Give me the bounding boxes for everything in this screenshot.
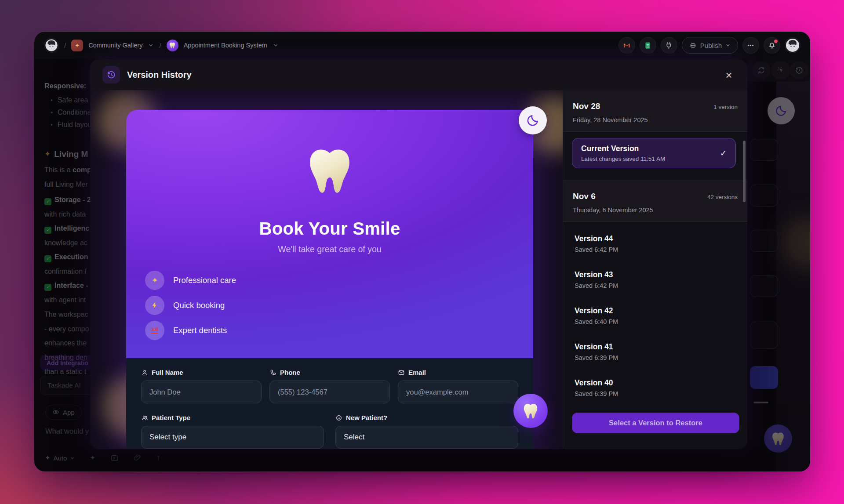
current-version-item[interactable]: Current Version Latest changes saved 11:… <box>572 138 736 168</box>
booking-hero: Book Your Smile We'll take great care of… <box>126 110 533 358</box>
version-item[interactable]: Version 40 Saved 6:39 PM <box>563 366 747 402</box>
plugin-button[interactable] <box>661 37 677 54</box>
notification-badge <box>774 40 778 43</box>
email-label: Email <box>398 369 518 376</box>
full-name-input[interactable] <box>141 381 262 403</box>
version-date-header: Nov 28 1 version Friday, 28 November 202… <box>563 90 747 132</box>
booking-card: Book Your Smile We'll take great care of… <box>126 110 533 449</box>
preview-theme-toggle[interactable] <box>519 106 547 134</box>
new-patient-select[interactable]: Select <box>335 426 518 449</box>
version-item[interactable]: Version 42 Saved 6:40 PM <box>563 294 747 330</box>
publish-button[interactable]: Publish <box>682 37 738 54</box>
breadcrumb-project[interactable]: Appointment Booking System <box>184 42 267 49</box>
chevron-down-icon <box>725 43 731 48</box>
breadcrumb-separator: / <box>159 42 161 49</box>
phone-icon <box>269 369 276 376</box>
close-icon: × <box>725 69 732 82</box>
booking-form: Full Name Phone <box>126 358 533 449</box>
modal-header: Version History × <box>90 59 747 90</box>
patient-type-label: Patient Type <box>141 414 324 421</box>
version-history-icon-chip <box>102 66 120 83</box>
topbar-actions: Publish ••• <box>618 37 800 54</box>
history-clock-icon <box>106 70 116 80</box>
sparkles-icon: ✦ <box>145 271 164 290</box>
check-icon: ✓ <box>720 149 727 158</box>
more-options-button[interactable]: ••• <box>742 37 759 54</box>
avatar-sheep-icon <box>786 38 800 52</box>
version-items: Version 44 Saved 6:42 PM Version 43 Save… <box>563 222 747 402</box>
modal-title: Version History <box>127 70 192 80</box>
people-icon <box>141 414 148 421</box>
version-history-modal: Version History × Book Your Smile We'll … <box>90 59 747 449</box>
tooth-icon <box>522 402 539 420</box>
envelope-icon <box>398 369 405 376</box>
email-input[interactable] <box>398 381 518 403</box>
patient-type-select[interactable]: Select type <box>141 426 324 449</box>
new-patient-label: New Patient? <box>335 414 518 421</box>
ellipsis-icon: ••• <box>748 43 754 48</box>
tooth-floating-button[interactable] <box>513 394 548 428</box>
feature-item: Quick booking <box>145 296 236 315</box>
user-avatar[interactable] <box>785 37 800 53</box>
feature-list: ✦ Professional care Quick booking 100 Ex… <box>145 271 236 340</box>
publish-label: Publish <box>700 42 722 49</box>
booking-title: Book Your Smile <box>126 219 533 239</box>
hundred-icon: 100 <box>145 321 164 340</box>
version-date-header: Nov 6 42 versions Thursday, 6 November 2… <box>563 181 747 222</box>
bolt-icon <box>145 296 164 315</box>
feature-item: 100 Expert dentists <box>145 321 236 340</box>
version-item[interactable]: Version 44 Saved 6:42 PM <box>563 222 747 258</box>
close-button[interactable]: × <box>722 68 736 82</box>
smiley-icon <box>335 414 342 421</box>
sheets-icon <box>644 41 652 50</box>
sheep-logo-icon <box>45 39 58 52</box>
chevron-down-icon[interactable] <box>273 42 279 48</box>
sheets-integration-button[interactable] <box>640 37 656 54</box>
gmail-integration-button[interactable] <box>618 37 635 54</box>
booking-subtitle: We'll take great care of you <box>126 244 533 254</box>
current-version-wrap: Current Version Latest changes saved 11:… <box>563 132 747 181</box>
version-item[interactable]: Version 43 Saved 6:42 PM <box>563 258 747 294</box>
version-item[interactable]: Version 41 Saved 6:39 PM <box>563 330 747 366</box>
topbar: / ✦ Community Gallery / Appointment Book… <box>34 32 810 59</box>
phone-label: Phone <box>269 369 390 376</box>
feature-item: ✦ Professional care <box>145 271 236 290</box>
breadcrumb-community-gallery[interactable]: Community Gallery <box>88 42 142 49</box>
notifications-button[interactable] <box>764 37 780 54</box>
tooth-hero-image <box>304 144 356 196</box>
gmail-icon <box>622 41 631 50</box>
person-icon <box>141 369 148 376</box>
phone-input[interactable] <box>269 381 390 403</box>
plug-icon <box>665 41 673 50</box>
version-list-pane: Nov 28 1 version Friday, 28 November 202… <box>563 90 747 449</box>
app-preview-pane: Book Your Smile We'll take great care of… <box>90 90 563 449</box>
chevron-down-icon[interactable] <box>148 42 154 48</box>
workspace-logo-avatar[interactable] <box>44 38 59 53</box>
globe-icon <box>689 42 697 49</box>
breadcrumb-separator: / <box>64 42 66 49</box>
community-gallery-icon: ✦ <box>71 40 83 51</box>
moon-icon <box>526 114 539 127</box>
project-tooth-icon <box>167 40 178 51</box>
scrollbar-thumb[interactable] <box>743 141 746 202</box>
desktop-background: / ✦ Community Gallery / Appointment Book… <box>0 0 844 504</box>
restore-version-button[interactable]: Select a Version to Restore <box>572 413 739 433</box>
full-name-label: Full Name <box>141 369 262 376</box>
